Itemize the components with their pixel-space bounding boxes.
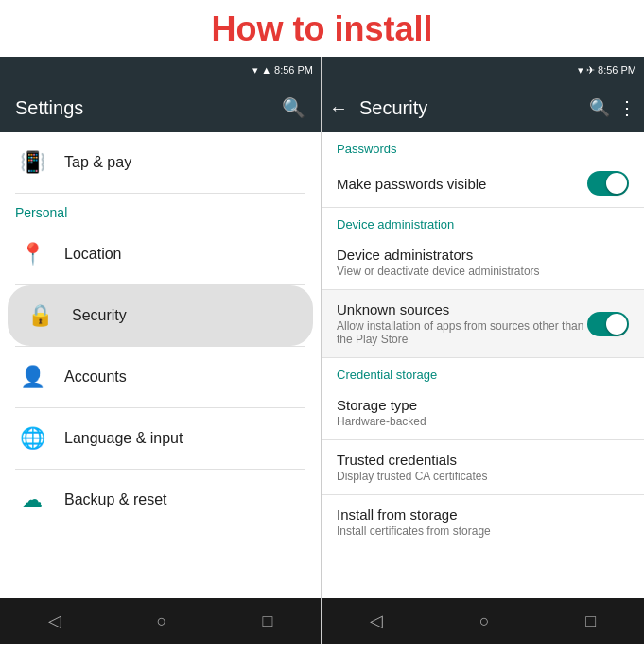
right-nav-bar: ◁ ○ □ <box>322 598 644 644</box>
settings-item-accounts[interactable]: 👤 Accounts <box>0 347 321 407</box>
device-administrators-item[interactable]: Device administrators View or deactivate… <box>322 235 644 289</box>
settings-item-tap-pay[interactable]: 📳 Tap & pay <box>0 132 321 193</box>
left-back-nav[interactable]: ◁ <box>48 610 61 631</box>
security-label: Security <box>72 307 127 324</box>
settings-item-backup[interactable]: ☁ Backup & reset <box>0 470 321 530</box>
right-wifi-icon: ▾ <box>578 64 583 77</box>
install-from-storage-title: Install from storage <box>337 507 629 523</box>
backup-icon: ☁ <box>15 483 49 517</box>
unknown-sources-text: Unknown sources Allow installation of ap… <box>337 301 587 346</box>
credential-storage-section-header: Credential storage <box>322 358 644 386</box>
left-time-ampm: PM <box>298 64 314 76</box>
trusted-credentials-text: Trusted credentials Display trusted CA c… <box>337 452 629 483</box>
signal-icon: ▲ <box>261 64 271 76</box>
back-button[interactable]: ← <box>325 94 352 121</box>
storage-type-title: Storage type <box>337 397 629 413</box>
left-search-icon[interactable]: 🔍 <box>282 96 305 119</box>
backup-label: Backup & reset <box>64 491 167 508</box>
unknown-sources-toggle-knob <box>606 314 627 335</box>
right-toolbar-left: ← Security <box>325 94 427 121</box>
settings-title: Settings <box>15 97 83 119</box>
passwords-section-header: Passwords <box>322 132 644 160</box>
location-icon: 📍 <box>15 237 49 271</box>
right-status-icons: ▾ ✈ 8:56 PM <box>578 64 636 77</box>
storage-type-item[interactable]: Storage type Hardware-backed <box>322 386 644 439</box>
tap-pay-label: Tap & pay <box>64 154 131 171</box>
unknown-sources-subtitle: Allow installation of apps from sources … <box>337 319 587 346</box>
location-label: Location <box>64 246 122 263</box>
make-passwords-title: Make passwords visible <box>337 176 486 192</box>
right-back-nav[interactable]: ◁ <box>370 610 383 631</box>
right-status-bar: ▾ ✈ 8:56 PM <box>322 57 644 83</box>
right-search-icon[interactable]: 🔍 <box>589 97 610 118</box>
right-time-ampm: PM <box>621 64 637 76</box>
right-panel: ▾ ✈ 8:56 PM ← Security 🔍 ⋮ Passwords <box>322 57 644 644</box>
make-passwords-visible-text: Make passwords visible <box>337 176 486 192</box>
right-time: 8:56 <box>598 64 618 76</box>
install-from-storage-subtitle: Install certificates from storage <box>337 524 629 538</box>
right-recent-nav[interactable]: □ <box>585 611 596 631</box>
unknown-sources-item[interactable]: Unknown sources Allow installation of ap… <box>322 290 644 357</box>
right-home-nav[interactable]: ○ <box>479 611 490 631</box>
left-status-icons: ▾ ▲ 8:56 PM <box>252 64 313 77</box>
trusted-credentials-title: Trusted credentials <box>337 452 629 468</box>
storage-type-text: Storage type Hardware-backed <box>337 397 629 428</box>
install-from-storage-text: Install from storage Install certificate… <box>337 507 629 538</box>
tap-pay-icon: 📳 <box>15 146 49 180</box>
make-passwords-visible-item[interactable]: Make passwords visible <box>322 160 644 207</box>
left-status-bar: ▾ ▲ 8:56 PM <box>0 57 321 83</box>
left-recent-nav[interactable]: □ <box>263 611 273 631</box>
language-icon: 🌐 <box>15 421 49 455</box>
accounts-icon: 👤 <box>15 360 49 394</box>
install-from-storage-item[interactable]: Install from storage Install certificate… <box>322 495 644 549</box>
left-home-nav[interactable]: ○ <box>157 611 167 631</box>
make-passwords-toggle-knob <box>606 173 627 194</box>
make-passwords-toggle[interactable] <box>587 171 629 196</box>
left-toolbar: Settings 🔍 <box>0 83 321 132</box>
section-personal-header: Personal <box>0 194 321 224</box>
device-admin-subtitle: View or deactivate device administrators <box>337 265 629 278</box>
device-admin-title: Device administrators <box>337 247 629 263</box>
storage-type-subtitle: Hardware-backed <box>337 415 629 428</box>
device-admin-text: Device administrators View or deactivate… <box>337 247 629 278</box>
page-title: How to install <box>0 0 644 57</box>
right-content: Passwords Make passwords visible Device … <box>322 132 644 598</box>
settings-item-location[interactable]: 📍 Location <box>0 224 321 284</box>
trusted-credentials-item[interactable]: Trusted credentials Display trusted CA c… <box>322 440 644 494</box>
language-label: Language & input <box>64 430 183 447</box>
unknown-sources-title: Unknown sources <box>337 301 587 318</box>
settings-item-security[interactable]: 🔒 Security <box>8 285 313 346</box>
security-page-title: Security <box>359 97 427 119</box>
accounts-label: Accounts <box>64 369 127 386</box>
trusted-credentials-subtitle: Display trusted CA certificates <box>337 470 629 483</box>
right-more-icon[interactable]: ⋮ <box>618 96 636 119</box>
device-admin-section-header: Device administration <box>322 208 644 235</box>
settings-item-language[interactable]: 🌐 Language & input <box>0 408 321 469</box>
right-toolbar-right: 🔍 ⋮ <box>589 96 636 119</box>
left-nav-bar: ◁ ○ □ <box>0 598 321 644</box>
left-content: 📳 Tap & pay Personal 📍 Location 🔒 Securi… <box>0 132 321 598</box>
left-panel: ▾ ▲ 8:56 PM Settings 🔍 📳 Tap & pay Perso… <box>0 57 322 644</box>
right-airplane-icon: ✈ <box>586 64 595 77</box>
left-time: 8:56 <box>274 64 294 76</box>
security-icon: 🔒 <box>23 299 57 333</box>
right-toolbar: ← Security 🔍 ⋮ <box>322 83 644 132</box>
wifi-icon: ▾ <box>252 64 258 77</box>
unknown-sources-toggle[interactable] <box>587 312 629 336</box>
